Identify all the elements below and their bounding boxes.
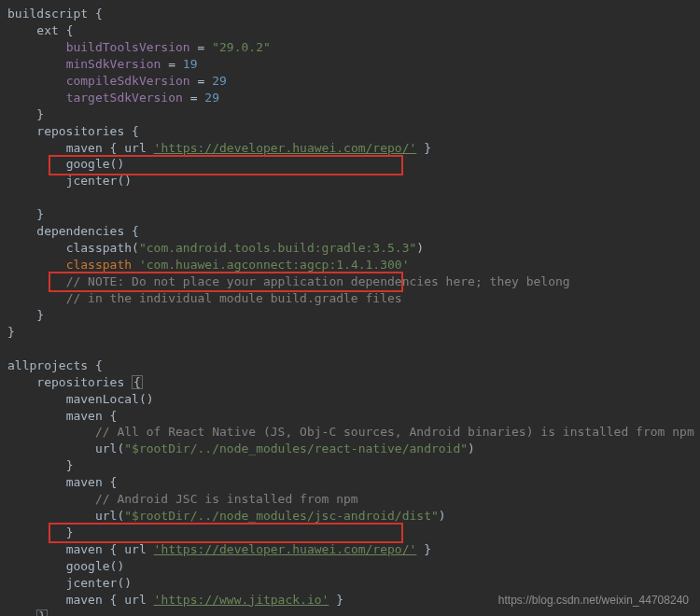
kw-url-3: url [124, 593, 146, 607]
comment-rn: // All of React Native (JS, Obj-C source… [95, 425, 694, 439]
kw-maven-1: maven [66, 141, 103, 155]
kw-maven-5: maven [66, 593, 103, 607]
kw-classpath-2: classpath [66, 258, 132, 272]
fn-classpath-1: classpath [66, 241, 132, 255]
repo-jcenter-1: jcenter() [66, 174, 132, 188]
comment-jsc: // Android JSC is installed from npm [95, 492, 358, 506]
kw-repositories-2: repositories [36, 375, 124, 389]
path-rn: /../node_modules/react-native/android" [190, 441, 468, 455]
kw-dependencies: dependencies [36, 224, 124, 238]
val-compilesdk: 29 [212, 74, 227, 88]
val-buildtools: "29.0.2" [212, 40, 271, 54]
val-minsdk: 19 [183, 57, 198, 71]
dep-agconnect: 'com.huawei.agconnect:agcp:1.4.1.300' [139, 258, 410, 272]
repo-google-2: google() [66, 559, 125, 573]
repo-google-1: google() [66, 157, 125, 171]
gradle-code-block[interactable]: buildscript { ext { buildToolsVersion = … [0, 0, 700, 616]
repo-jcenter-2: jcenter() [66, 576, 132, 590]
kw-repositories-1: repositories [36, 124, 124, 138]
kw-url-1: url [124, 141, 146, 155]
kw-maven-2: maven [66, 409, 103, 423]
kw-url-2: url [124, 542, 146, 556]
comment-note-1: // NOTE: Do not place your application d… [66, 274, 570, 288]
comment-note-2: // in the individual module build.gradle… [66, 291, 402, 305]
url-jitpack: 'https://www.jitpack.io' [154, 593, 329, 607]
brace-highlight-open: { [132, 375, 143, 389]
kw-buildscript: buildscript [7, 7, 88, 21]
val-targetsdk: 29 [204, 91, 219, 105]
url-huawei-2: 'https://developer.huawei.com/repo/' [154, 542, 417, 556]
kw-maven-3: maven [66, 475, 103, 489]
rootdir-jsc: "$rootDir [124, 509, 189, 523]
repo-mavenlocal: mavenLocal() [66, 392, 154, 406]
brace-highlight-close: } [36, 609, 48, 616]
kw-ext: ext [36, 23, 58, 37]
path-jsc: /../node_modules/jsc-android/dist" [190, 509, 439, 523]
rootdir-rn: "$rootDir [124, 441, 189, 455]
kw-maven-4: maven [66, 542, 103, 556]
url-huawei-1: 'https://developer.huawei.com/repo/' [154, 141, 417, 155]
kw-allprojects: allprojects [7, 358, 88, 372]
dep-gradle: "com.android.tools.build:gradle:3.5.3" [139, 241, 416, 255]
watermark-text: https://blog.csdn.net/weixin_44708240 [498, 593, 689, 609]
